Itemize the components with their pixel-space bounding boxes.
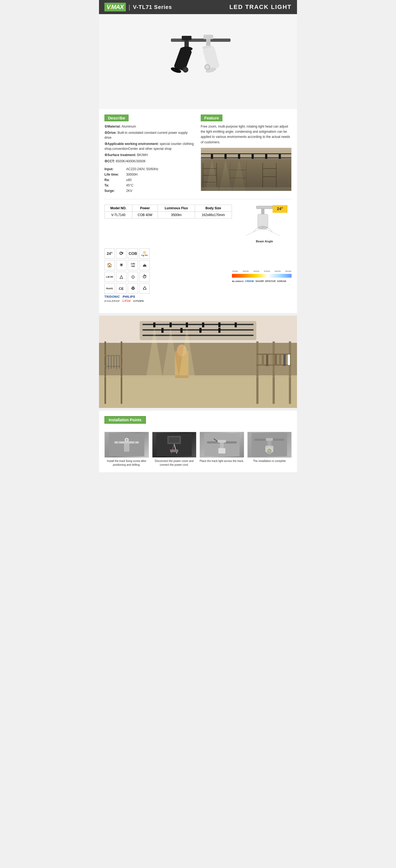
describe-item-1: ①Material: Aluminum [104, 124, 195, 129]
describe-section: Describe ①Material: Aluminum ②Drive: Bui… [104, 115, 195, 193]
spec-label-lifetime: Life time: [104, 172, 126, 177]
triangle-icon: △ [120, 275, 123, 279]
brands-section: TRIDONIC PHILIPS EAGLERISE LiFüd CITIZEN [104, 295, 228, 302]
svg-rect-55 [142, 329, 254, 331]
svg-rect-94 [284, 354, 286, 366]
describe-item-2: ②Drive: Built-in unisolated constant cur… [104, 130, 195, 140]
feature-text: Free zoom, multi-purpose light, rotating… [201, 124, 292, 145]
spectrum-4000k: 4000K [253, 270, 260, 273]
svg-rect-60 [202, 322, 204, 327]
cell-power: COB 40W [132, 212, 158, 218]
product-image [149, 25, 247, 101]
svg-rect-79 [273, 341, 275, 404]
spacer [232, 248, 292, 270]
cri-icon: CRI>80 [131, 263, 135, 268]
spec-label-surge: Surge: [104, 188, 126, 193]
install-step-3: Place the track light across the track. [200, 432, 244, 467]
svg-text:24°: 24° [277, 206, 283, 211]
led-brand-epistar: EPISTAR [265, 280, 275, 283]
feature-section: Feature Free zoom, multi-purpose light, … [201, 115, 292, 193]
spec-value-surge: 2KV [126, 188, 195, 193]
installation-section: Installation Points Install the track f [99, 411, 297, 472]
svg-rect-78 [256, 341, 259, 404]
spec-row-input: Input: AC220-240V, 50/60Hz [104, 166, 195, 172]
brand-eaglerise: EAGLERISE [104, 300, 120, 302]
svg-rect-62 [235, 322, 237, 327]
icon-recycle2: ♺ [139, 283, 150, 294]
svg-line-48 [263, 228, 280, 236]
product-type: LED TRACK LIGHT [229, 3, 292, 10]
model-section: Model NO. Power Luminous Flux Body Size … [104, 205, 292, 243]
svg-rect-92 [275, 354, 277, 366]
svg-rect-1 [182, 36, 192, 40]
ce-icon: CE [119, 287, 124, 290]
spec-value-input: AC220-240V, 50/60Hz [126, 166, 195, 172]
icons-row-2: 🏠 ☀ CRI>80 ⛰ [104, 260, 228, 270]
feature-label: Feature [201, 115, 222, 121]
svg-rect-7 [206, 39, 210, 47]
icon-sun: ☀ [116, 260, 126, 270]
diamond-icon: ◇ [131, 275, 135, 279]
install-image-1 [104, 432, 149, 458]
svg-rect-113 [218, 440, 226, 443]
describe-item-4: ④Surface treatment: BK/WH [104, 153, 195, 157]
svg-point-102 [118, 442, 119, 443]
svg-rect-57 [153, 322, 156, 327]
icon-timer: ⏱ [139, 272, 150, 282]
spec-value-lifetime: 30000H [126, 172, 195, 177]
spec-value-ra: ≥80 [126, 177, 195, 183]
svg-rect-63 [161, 328, 164, 333]
spec-row-surge: Surge: 2KV [104, 188, 195, 193]
spectrum-container: 1500K 3000K 4000K 5000K 6000K 8000K ⊕LUM… [232, 248, 292, 304]
install-step-2: Disconnect the power cover and connect t… [152, 432, 197, 467]
describe-label: Describe [104, 115, 129, 121]
install-svg-1 [109, 433, 144, 456]
svg-rect-67 [99, 375, 297, 408]
feature-image-overlay [201, 148, 291, 191]
col-body-size: Body Size [195, 205, 232, 212]
icon-diamond: ◇ [128, 272, 138, 282]
svg-rect-91 [270, 354, 273, 365]
brands-row-1: TRIDONIC PHILIPS [104, 295, 228, 298]
spectrum-6000k: 6000K [274, 270, 281, 273]
svg-rect-70 [104, 355, 122, 356]
install-caption-1: Install the track fixing screw after pos… [104, 459, 149, 467]
svg-rect-68 [104, 341, 106, 404]
recycle-icon: ♻ [131, 286, 135, 291]
svg-rect-110 [170, 450, 178, 452]
svg-line-47 [245, 228, 263, 236]
svg-rect-2 [185, 40, 189, 48]
model-table-header-row: Model NO. Power Luminous Flux Body Size [105, 205, 232, 212]
describe-item-3: ③Applicable working environment: special… [104, 142, 195, 151]
rotate-icon: ⟳ [119, 251, 123, 256]
install-caption-2: Disconnect the power cover and connect t… [152, 459, 197, 467]
svg-rect-80 [289, 341, 291, 404]
svg-point-103 [134, 442, 136, 443]
spec-label-ta: Ta: [104, 183, 126, 188]
svg-rect-0 [171, 38, 231, 42]
store-image-section [99, 316, 297, 408]
spectrum-5000k: 5000K [264, 270, 270, 273]
series-title: V-TL71 Series [133, 4, 172, 10]
led-brand-osram: OSRAM [277, 280, 286, 283]
indoor-icon: 🏠 [107, 263, 112, 267]
feature-image [201, 148, 292, 191]
cell-model-no: V-TL7140 [105, 212, 132, 218]
brand-citizen: CITIZEN [133, 300, 144, 302]
install-image-2 [152, 432, 197, 458]
rohs-icon: RoHS [106, 287, 113, 290]
svg-rect-59 [186, 322, 188, 327]
brand-logo: V.MAX [104, 3, 126, 11]
svg-rect-95 [288, 354, 290, 365]
describe-feature-row: Describe ①Material: Aluminum ②Drive: Bui… [104, 115, 292, 193]
icon-cob: COB [128, 248, 138, 259]
col-model-no: Model NO. [105, 205, 132, 212]
brands-row-2: EAGLERISE LiFüd CITIZEN [104, 299, 228, 302]
specs-table: Input: AC220-240V, 50/60Hz Life time: 30… [104, 166, 195, 193]
icon-cri: CRI>80 [128, 260, 138, 270]
spec-value-ta: 45°C [126, 183, 195, 188]
model-table-container: Model NO. Power Luminous Flux Body Size … [104, 205, 232, 218]
install-step-4: The installation is complete [248, 432, 292, 467]
install-caption-3: Place the track light across the track. [200, 459, 244, 463]
svg-rect-44 [261, 209, 264, 214]
